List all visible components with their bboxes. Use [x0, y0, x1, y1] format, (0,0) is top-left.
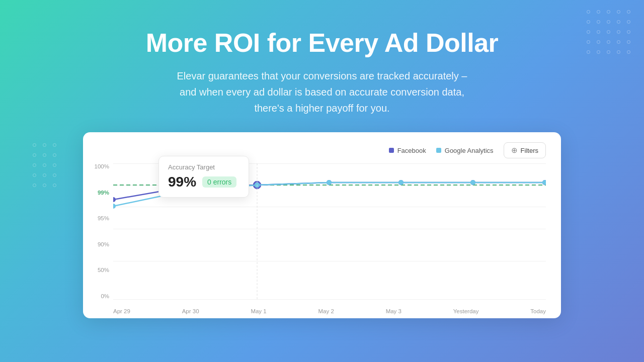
tooltip-value-row: 99% 0 errors	[168, 174, 239, 190]
y-label-99: 99%	[89, 190, 109, 196]
legend-google: Google Analytics	[436, 147, 494, 154]
svg-point-14	[398, 180, 404, 185]
chart-area: 100% 99% 95% 90% 50% 0%	[113, 163, 546, 299]
svg-point-13	[327, 180, 332, 185]
x-label-yesterday: Yesterday	[453, 308, 479, 314]
x-label-may2: May 2	[318, 308, 334, 314]
facebook-legend-label: Facebook	[397, 147, 426, 154]
y-label-50: 50%	[89, 267, 109, 273]
svg-point-15	[470, 180, 475, 185]
hero-subtitle: Elevar guarantees that your conversions …	[177, 68, 467, 116]
y-axis: 100% 99% 95% 90% 50% 0%	[89, 163, 109, 299]
legend: Facebook Google Analytics	[389, 147, 494, 154]
filters-label: Filters	[521, 147, 538, 154]
legend-facebook: Facebook	[389, 147, 426, 154]
plus-icon: ⊕	[511, 146, 518, 155]
tooltip-badge: 0 errors	[202, 176, 236, 188]
google-legend-dot	[436, 148, 441, 153]
tooltip-title: Accuracy Target	[168, 163, 239, 171]
page-background: More ROI for Every Ad Dollar Elevar guar…	[0, 0, 644, 362]
svg-point-16	[542, 180, 546, 185]
x-label-may3: May 3	[386, 308, 401, 314]
svg-point-1	[113, 197, 116, 202]
x-axis: Apr 29 Apr 30 May 1 May 2 May 3 Yesterda…	[113, 308, 546, 314]
facebook-legend-dot	[389, 148, 394, 153]
y-label-95: 95%	[89, 215, 109, 221]
chart-container: Facebook Google Analytics ⊕ Filters 100%…	[83, 132, 561, 318]
x-label-apr29: Apr 29	[113, 308, 130, 314]
svg-point-10	[113, 204, 116, 209]
filters-button[interactable]: ⊕ Filters	[504, 142, 546, 158]
x-label-today: Today	[530, 308, 546, 314]
y-label-0: 0%	[89, 293, 109, 299]
tooltip-value: 99%	[168, 174, 196, 190]
dot-pattern-left	[33, 143, 60, 191]
x-label-may1: May 1	[251, 308, 266, 314]
y-label-100: 100%	[89, 163, 109, 169]
google-legend-label: Google Analytics	[445, 147, 494, 154]
y-label-90: 90%	[89, 241, 109, 247]
tooltip: Accuracy Target 99% 0 errors	[158, 156, 249, 198]
dot-pattern-top-right	[587, 10, 634, 57]
hero-title: More ROI for Every Ad Dollar	[146, 28, 499, 58]
x-label-apr30: Apr 30	[182, 308, 199, 314]
